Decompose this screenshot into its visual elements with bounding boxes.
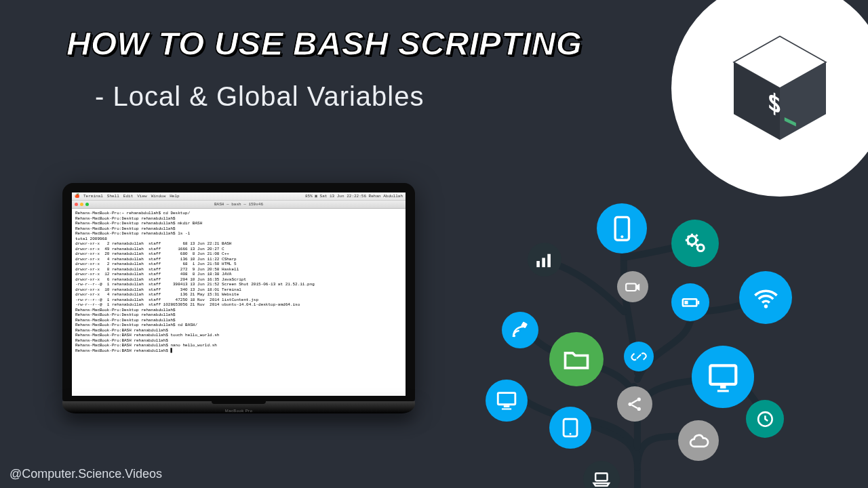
credit-handle: @Computer.Science.Videos: [9, 467, 162, 481]
menu-terminal: Terminal: [83, 194, 103, 199]
link-icon: [624, 342, 654, 371]
bash-cube-icon: $: [722, 30, 837, 146]
clock-icon: [746, 400, 784, 438]
tech-tree-graphic: [448, 176, 827, 488]
terminal-titlebar: BASH — bash — 159x46: [72, 201, 406, 209]
desktop-icon: [486, 380, 528, 422]
close-icon: [75, 203, 78, 206]
subtitle: - Local & Global Variables: [95, 81, 425, 112]
laptop-base: MacBook Pro: [62, 401, 415, 413]
menubar-status: 85% ▣ Sat 13 Jun 22:22:56 Rehan Abdullah: [305, 194, 403, 199]
laptop-bezel: 🍎 Terminal Shell Edit View Window Help 8…: [62, 183, 415, 401]
main-title: HOW TO USE BASH SCRIPTING: [66, 24, 582, 62]
mobile-icon: [597, 203, 647, 253]
signal-icon: [528, 243, 561, 277]
camera-icon: [617, 271, 648, 302]
terminal-output: Rehans-MacBook-Pro:~ rehanabdullah$ cd D…: [72, 209, 406, 355]
terminal-title: BASH — bash — 159x46: [214, 202, 263, 207]
minimize-icon: [80, 203, 83, 206]
menu-edit: Edit: [123, 194, 133, 199]
window-controls: [72, 203, 89, 206]
zoom-icon: [85, 203, 89, 206]
share-icon: [617, 386, 652, 422]
tablet-icon: [549, 407, 591, 449]
gears-icon: [671, 220, 719, 267]
monitor-icon: [692, 346, 754, 408]
cloud-icon: [678, 420, 719, 461]
menu-window: Window: [151, 194, 166, 199]
menu-view: View: [137, 194, 146, 199]
bash-logo-badge: $: [671, 0, 868, 197]
laptop-brand-label: MacBook Pro: [225, 409, 252, 413]
folder-icon: [549, 332, 604, 386]
menu-help: Help: [170, 194, 179, 199]
battery-icon: [671, 283, 709, 321]
wifi-icon: [739, 271, 792, 324]
apple-icon: 🍎: [75, 194, 79, 199]
satellite-icon: [502, 312, 538, 348]
menu-shell: Shell: [107, 194, 119, 199]
terminal-window: 🍎 Terminal Shell Edit View Window Help 8…: [72, 192, 406, 396]
mac-menubar: 🍎 Terminal Shell Edit View Window Help 8…: [72, 192, 406, 201]
laptop-mockup: 🍎 Terminal Shell Edit View Window Help 8…: [62, 183, 415, 413]
